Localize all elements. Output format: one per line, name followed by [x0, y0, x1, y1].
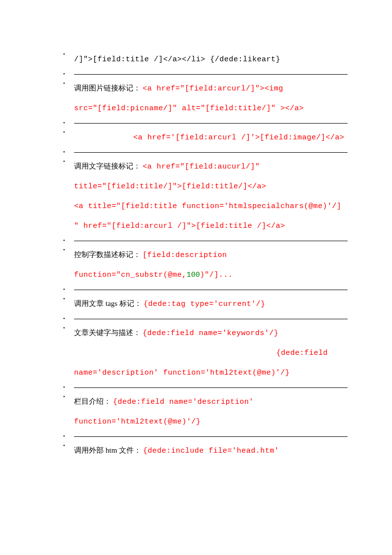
list-item: /]">[field:title /]</a></li> {/dede:like…	[54, 49, 348, 69]
code-text: function='html2text(@me)'/}	[74, 418, 201, 426]
code-text: {dede:field name='description'	[113, 398, 254, 406]
divider	[74, 290, 348, 290]
divider	[74, 74, 348, 75]
label: 调用文章 tags 标记：	[74, 299, 142, 307]
code-text: function="cn_substr(@me,	[74, 271, 187, 279]
code-text: name='description' function='html2text(@…	[74, 369, 290, 377]
list-item: <a href='[field:arcurl /]'>[field:image/…	[54, 128, 348, 147]
code-text: title="[field:title/]">[field:title/]</a…	[74, 182, 267, 191]
content-list: /]">[field:title /]</a></li> {/dede:like…	[54, 49, 348, 461]
code-text: )"/]...	[200, 271, 233, 279]
divider-item	[54, 147, 348, 157]
divider	[74, 241, 348, 241]
code-text: {dede:field	[276, 349, 328, 357]
divider	[74, 436, 348, 437]
number: 100	[187, 271, 200, 279]
label: 调用外部 htm 文件：	[74, 446, 141, 454]
label: 调用图片链接标记：	[74, 84, 141, 92]
code-text: " href="[field:arcurl /]">[field:title /…	[74, 222, 285, 230]
code-text: {dede:include file='head.htm'	[143, 447, 279, 455]
divider-item	[54, 118, 348, 128]
list-item: 调用文章 tags 标记： {dede:tag type='current'/}	[54, 294, 348, 314]
code-text: src="[field:picname/]" alt="[field:title…	[74, 104, 304, 113]
list-item: 调用外部 htm 文件： {dede:include file='head.ht…	[54, 441, 348, 461]
divider-item	[54, 314, 348, 323]
divider	[74, 387, 348, 388]
code-text: <a href="[field:aucurl/]"	[143, 163, 260, 171]
code-text: {dede:tag type='current'/}	[143, 300, 265, 308]
code-text: <a href='[field:arcurl /]'>[field:image/…	[133, 133, 345, 142]
list-item: 调用图片链接标记： <a href="[field:arcurl/]"><img…	[54, 79, 348, 118]
list-item: 栏目介绍： {dede:field name='description' fun…	[54, 392, 348, 431]
list-item: 文章关键字与描述： {dede:field name='keywords'/} …	[54, 323, 348, 383]
label: 调用文字链接标记：	[74, 162, 141, 170]
label: 栏目介绍：	[74, 397, 111, 405]
code-text: [field:description	[143, 251, 227, 259]
code-text: <a href="[field:arcurl/]"><img	[143, 85, 283, 93]
label: 控制字数描述标记：	[74, 251, 141, 258]
label: 文章关键字与描述：	[74, 329, 141, 337]
list-item: 调用文字链接标记： <a href="[field:aucurl/]" titl…	[54, 157, 348, 236]
code-text: <a title="[field:title function='htmlspe…	[74, 202, 342, 211]
divider	[74, 319, 348, 319]
document-page: /]">[field:title /]</a></li> {/dede:like…	[0, 0, 392, 490]
divider	[74, 152, 348, 153]
divider-item	[54, 285, 348, 294]
divider-item	[54, 236, 348, 245]
divider	[74, 123, 348, 124]
divider-item	[54, 431, 348, 441]
code-text: /]">[field:title /]</a></li> {/dede:like…	[74, 55, 280, 64]
divider-item	[54, 69, 348, 79]
divider-item	[54, 383, 348, 392]
code-text: {dede:field name='keywords'/}	[143, 329, 279, 338]
list-item: 控制字数描述标记： [field:description function="c…	[54, 245, 348, 285]
